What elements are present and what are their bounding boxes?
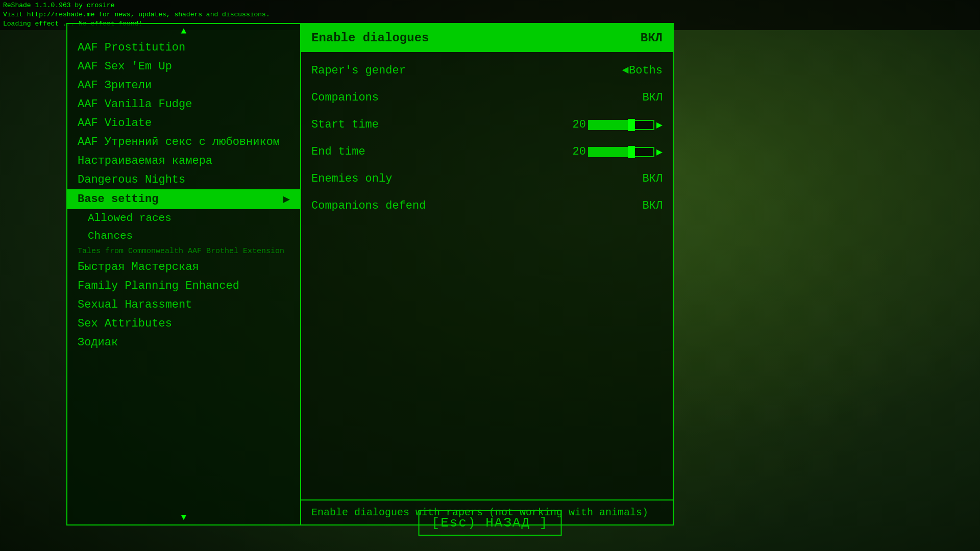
companions-defend-value[interactable]: ВКЛ xyxy=(642,199,663,212)
ui-container: ▲ AAF Prostitution AAF Sex 'Em Up AAF Зр… xyxy=(66,23,674,525)
end-time-thumb xyxy=(628,146,635,158)
companions-value[interactable]: ВКЛ xyxy=(642,91,663,104)
rapers-gender-label: Raper's gender xyxy=(311,64,406,77)
scroll-up-button[interactable]: ▲ xyxy=(67,24,300,38)
sidebar-item-aaf-zriteli[interactable]: AAF Зрители xyxy=(67,76,300,95)
end-time-label: End time xyxy=(311,145,365,158)
setting-rapers-gender: Raper's gender ◄Boths xyxy=(301,57,673,84)
setting-companions: Companions ВКЛ xyxy=(301,84,673,111)
companions-label: Companions xyxy=(311,91,379,104)
sidebar-item-base-setting[interactable]: Base setting xyxy=(67,189,300,209)
start-time-thumb xyxy=(628,119,635,131)
sidebar-item-dangerous-nights[interactable]: Dangerous Nights xyxy=(67,170,300,189)
bottom-bar: [Esc) НАЗАД ] xyxy=(419,510,562,536)
sidebar-item-aaf-vanilla-fudge[interactable]: AAF Vanilla Fudge xyxy=(67,95,300,114)
companions-defend-label: Companions defend xyxy=(311,199,426,212)
end-time-track[interactable] xyxy=(588,147,654,157)
sidebar-item-aaf-prostitution[interactable]: AAF Prostitution xyxy=(67,38,300,57)
end-time-slider[interactable]: ▶ xyxy=(588,145,663,158)
settings-area: Raper's gender ◄Boths Companions ВКЛ Sta… xyxy=(301,52,673,499)
sidebar-item-zodiak[interactable]: Зодиак xyxy=(67,333,300,352)
setting-end-time: End time 20 ▶ xyxy=(301,138,673,165)
header-value: ВКЛ xyxy=(641,31,663,45)
scroll-down-button[interactable]: ▼ xyxy=(67,510,300,524)
sidebar-divider: Tales from Commonwealth AAF Brothel Exte… xyxy=(67,245,300,258)
sidebar-item-nastroivaemaya-kamera[interactable]: Настраиваемая камера xyxy=(67,152,300,170)
enemies-only-value[interactable]: ВКЛ xyxy=(642,172,663,185)
esc-button[interactable]: [Esc) НАЗАД ] xyxy=(419,510,562,536)
start-time-slider[interactable]: ▶ xyxy=(588,118,663,131)
start-time-arrow-right[interactable]: ▶ xyxy=(656,118,663,131)
start-time-label: Start time xyxy=(311,118,379,131)
sidebar-item-sex-attributes[interactable]: Sex Attributes xyxy=(67,314,300,333)
sidebar-item-aaf-utreniy[interactable]: AAF Утренний секс с любовником xyxy=(67,133,300,152)
setting-companions-defend: Companions defend ВКЛ xyxy=(301,192,673,219)
start-time-value[interactable]: 20 ▶ xyxy=(573,118,663,131)
content-panel: Enable dialogues ВКЛ Raper's gender ◄Bot… xyxy=(301,23,674,525)
sidebar-item-family-planning-enhanced[interactable]: Family Planning Enhanced xyxy=(67,277,300,295)
sidebar-item-aaf-sex-em-up[interactable]: AAF Sex 'Em Up xyxy=(67,57,300,76)
sidebar: ▲ AAF Prostitution AAF Sex 'Em Up AAF Зр… xyxy=(66,23,301,525)
sidebar-item-aaf-violate[interactable]: AAF Violate xyxy=(67,114,300,133)
start-time-fill xyxy=(589,121,631,129)
header-row: Enable dialogues ВКЛ xyxy=(301,24,673,52)
system-line-1: ReShade 1.1.0.963 by crosire xyxy=(3,1,977,10)
start-time-track[interactable] xyxy=(588,120,654,130)
end-time-fill xyxy=(589,148,631,156)
sidebar-item-sexual-harassment[interactable]: Sexual Harassment xyxy=(67,295,300,314)
sidebar-item-bystraya-masterskaya[interactable]: Быстрая Мастерская xyxy=(67,258,300,277)
rapers-gender-value[interactable]: ◄Boths xyxy=(622,64,663,77)
sidebar-item-allowed-races[interactable]: Allowed races xyxy=(67,209,300,227)
setting-start-time: Start time 20 ▶ xyxy=(301,111,673,138)
end-time-arrow-right[interactable]: ▶ xyxy=(656,145,663,158)
enemies-only-label: Enemies only xyxy=(311,172,392,185)
header-label: Enable dialogues xyxy=(311,31,429,45)
setting-enemies-only: Enemies only ВКЛ xyxy=(301,165,673,192)
sidebar-item-chances[interactable]: Chances xyxy=(67,227,300,245)
end-time-value[interactable]: 20 ▶ xyxy=(573,145,663,158)
system-line-2: Visit http://reshade.me for news, update… xyxy=(3,10,977,19)
